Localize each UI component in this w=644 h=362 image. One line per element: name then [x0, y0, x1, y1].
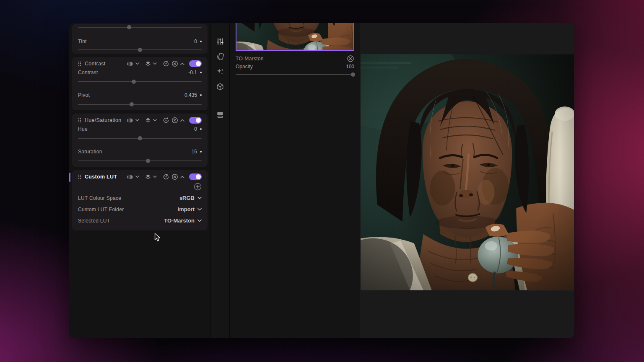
card-header: Hue/Saturation	[78, 114, 202, 123]
slider-label: Hue	[78, 126, 88, 132]
value-dot-icon[interactable]	[200, 72, 202, 73]
slider-value: 0	[194, 39, 202, 44]
slider[interactable]	[78, 27, 202, 28]
slider-handle[interactable]	[146, 159, 150, 163]
opacity-label: Opacity	[236, 64, 253, 70]
reset-icon[interactable]	[163, 60, 169, 67]
drag-handle-icon[interactable]	[78, 174, 81, 179]
mouse-cursor	[154, 233, 162, 244]
cube-icon[interactable]	[216, 83, 224, 91]
app-window: Tint 0 Contrast	[69, 23, 574, 338]
desktop: { "colors": { "accent": "#9a63f0", "togg…	[0, 0, 644, 362]
collapse-icon[interactable]	[180, 62, 184, 65]
cards-icon[interactable]	[216, 52, 224, 61]
selected-lut-row: Selected LUT TO-Marston	[78, 215, 202, 226]
slider[interactable]	[78, 160, 202, 161]
chevron-down-icon	[197, 208, 202, 211]
dropdown-label: Selected LUT	[78, 218, 110, 224]
lut-colour-space-dropdown[interactable]: sRGB	[179, 195, 202, 201]
section-title: Hue/Saturation	[85, 117, 122, 123]
value-dot-icon[interactable]	[200, 151, 202, 153]
chevron-down-icon[interactable]	[135, 62, 139, 65]
remove-icon[interactable]	[171, 117, 178, 124]
presets-icon[interactable]	[216, 111, 224, 119]
custom-lut-folder-row: Custom LUT Folder Import	[78, 204, 202, 215]
reset-icon[interactable]	[163, 173, 169, 180]
section-title: Custom LUT	[85, 174, 117, 180]
card-header: Custom LUT	[78, 170, 202, 179]
slider-handle[interactable]	[127, 25, 131, 29]
lut-name: TO-Marston	[236, 56, 264, 62]
reset-icon[interactable]	[163, 117, 169, 124]
slider-handle[interactable]	[351, 72, 355, 77]
lut-panel: TO-Marston Opacity 100	[230, 23, 360, 338]
lut-thumbnail[interactable]	[236, 23, 354, 51]
slider-label: Tint	[78, 39, 87, 44]
card-header: Contrast	[78, 57, 202, 66]
preview-area	[360, 23, 574, 338]
slider-label: Saturation	[78, 149, 102, 155]
remove-icon[interactable]	[171, 60, 178, 67]
slider-handle[interactable]	[130, 102, 134, 106]
value-dot-icon[interactable]	[200, 94, 202, 96]
chevron-down-icon	[197, 219, 202, 222]
blend-mode-icon[interactable]	[145, 117, 151, 123]
chevron-down-icon[interactable]	[153, 119, 157, 122]
blend-mode-icon[interactable]	[145, 61, 151, 67]
slider-label: Contrast	[78, 70, 98, 75]
value-dot-icon[interactable]	[200, 128, 202, 130]
mask-icon[interactable]	[127, 61, 133, 67]
enable-toggle[interactable]	[189, 60, 202, 67]
chevron-down-icon[interactable]	[135, 119, 139, 122]
chevron-down-icon[interactable]	[135, 176, 139, 178]
sparkles-icon[interactable]	[216, 67, 224, 76]
selected-lut-dropdown[interactable]: TO-Marston	[164, 217, 202, 224]
slider-value: 0	[194, 126, 202, 132]
slider[interactable]	[78, 49, 202, 50]
slider[interactable]	[78, 81, 202, 82]
chevron-down-icon[interactable]	[153, 176, 157, 178]
white-balance-card: Tint 0	[72, 24, 208, 54]
tools-sidebar	[211, 23, 229, 338]
mask-icon[interactable]	[127, 174, 133, 180]
value-dot-icon[interactable]	[200, 41, 202, 42]
drag-handle-icon[interactable]	[78, 118, 81, 123]
chevron-down-icon	[197, 197, 202, 199]
contrast-card: Contrast Contrast -0.1	[72, 57, 208, 110]
hue-saturation-card: Hue/Saturation Hue 0	[72, 114, 208, 167]
enable-toggle[interactable]	[189, 173, 202, 180]
chevron-down-icon[interactable]	[153, 62, 157, 65]
remove-lut-icon[interactable]	[347, 55, 354, 62]
mask-icon[interactable]	[127, 118, 133, 123]
slider-value: 0.435	[184, 92, 202, 98]
lut-colour-space-row: LUT Colour Space sRGB	[78, 192, 202, 204]
preview-image[interactable]	[361, 54, 574, 290]
custom-lut-folder-dropdown[interactable]: Import	[178, 206, 202, 212]
enable-toggle[interactable]	[189, 117, 202, 124]
collapse-icon[interactable]	[180, 176, 184, 178]
remove-icon[interactable]	[171, 173, 178, 180]
adjust-sliders-icon[interactable]	[216, 37, 224, 46]
dropdown-label: Custom LUT Folder	[78, 207, 124, 212]
opacity-value: 100	[346, 64, 354, 70]
slider-value: -0.1	[188, 70, 202, 75]
section-title: Contrast	[85, 61, 106, 67]
slider[interactable]	[78, 104, 202, 105]
toolbar-divider	[215, 102, 226, 102]
opacity-slider[interactable]	[236, 74, 354, 75]
slider-value: 15	[192, 149, 202, 155]
slider[interactable]	[78, 138, 202, 139]
slider-label: Pivot	[78, 92, 90, 98]
blend-mode-icon[interactable]	[145, 174, 151, 180]
adjustments-panel: Tint 0 Contrast	[69, 23, 210, 338]
drag-handle-icon[interactable]	[78, 61, 81, 66]
slider-handle[interactable]	[138, 48, 142, 52]
collapse-icon[interactable]	[180, 119, 184, 122]
custom-lut-card: Custom LUT LUT Colour Space	[72, 170, 208, 230]
add-lut-button[interactable]	[194, 183, 202, 191]
dropdown-label: LUT Colour Space	[78, 195, 121, 201]
slider-handle[interactable]	[132, 80, 136, 84]
slider-handle[interactable]	[138, 136, 142, 140]
